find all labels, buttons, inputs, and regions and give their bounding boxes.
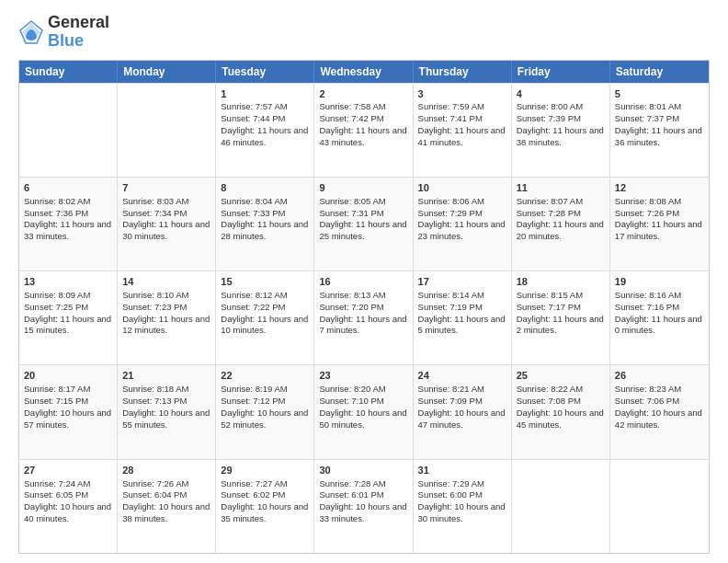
- calendar-cell: 20Sunrise: 8:17 AM Sunset: 7:15 PM Dayli…: [19, 365, 118, 458]
- day-info: Sunrise: 8:13 AM Sunset: 7:20 PM Dayligh…: [319, 290, 406, 335]
- day-info: Sunrise: 8:01 AM Sunset: 7:37 PM Dayligh…: [615, 101, 702, 146]
- calendar-cell: 23Sunrise: 8:20 AM Sunset: 7:10 PM Dayli…: [314, 365, 413, 458]
- calendar-cell: 2Sunrise: 7:58 AM Sunset: 7:42 PM Daylig…: [314, 84, 413, 177]
- calendar-cell: 28Sunrise: 7:26 AM Sunset: 6:04 PM Dayli…: [118, 460, 216, 553]
- calendar-cell: 25Sunrise: 8:22 AM Sunset: 7:08 PM Dayli…: [512, 365, 610, 458]
- day-number: 12: [615, 181, 704, 195]
- day-number: 11: [517, 181, 605, 195]
- calendar-cell: 26Sunrise: 8:23 AM Sunset: 7:06 PM Dayli…: [610, 365, 709, 458]
- calendar-cell: 21Sunrise: 8:18 AM Sunset: 7:13 PM Dayli…: [118, 365, 216, 458]
- day-number: 13: [24, 275, 112, 289]
- day-number: 14: [122, 275, 210, 289]
- day-info: Sunrise: 7:59 AM Sunset: 7:41 PM Dayligh…: [418, 101, 506, 146]
- day-info: Sunrise: 8:21 AM Sunset: 7:09 PM Dayligh…: [418, 384, 506, 429]
- logo-text: General Blue: [48, 14, 109, 51]
- day-info: Sunrise: 7:28 AM Sunset: 6:01 PM Dayligh…: [319, 478, 406, 523]
- day-number: 6: [24, 181, 112, 195]
- day-number: 15: [221, 275, 309, 289]
- calendar-cell: 31Sunrise: 7:29 AM Sunset: 6:00 PM Dayli…: [414, 460, 512, 553]
- calendar-header: SundayMondayTuesdayWednesdayThursdayFrid…: [19, 61, 709, 83]
- day-number: 10: [418, 181, 506, 195]
- calendar-cell: [610, 460, 709, 553]
- calendar-cell: 3Sunrise: 7:59 AM Sunset: 7:41 PM Daylig…: [414, 84, 512, 177]
- weekday-header: Wednesday: [314, 61, 413, 83]
- day-info: Sunrise: 8:09 AM Sunset: 7:25 PM Dayligh…: [24, 290, 111, 335]
- day-number: 4: [517, 87, 605, 101]
- day-number: 28: [122, 464, 210, 477]
- calendar-cell: [512, 460, 610, 553]
- day-info: Sunrise: 8:17 AM Sunset: 7:15 PM Dayligh…: [24, 384, 111, 429]
- logo: General Blue: [18, 14, 109, 51]
- day-info: Sunrise: 8:22 AM Sunset: 7:08 PM Dayligh…: [517, 384, 604, 429]
- weekday-header: Saturday: [610, 61, 709, 83]
- day-info: Sunrise: 8:02 AM Sunset: 7:36 PM Dayligh…: [24, 196, 111, 241]
- day-info: Sunrise: 8:06 AM Sunset: 7:29 PM Dayligh…: [418, 196, 506, 241]
- day-number: 23: [319, 369, 407, 383]
- weekday-header: Tuesday: [216, 61, 314, 83]
- calendar-cell: 27Sunrise: 7:24 AM Sunset: 6:05 PM Dayli…: [19, 460, 118, 553]
- day-info: Sunrise: 8:00 AM Sunset: 7:39 PM Dayligh…: [517, 101, 604, 146]
- day-info: Sunrise: 8:18 AM Sunset: 7:13 PM Dayligh…: [122, 384, 210, 429]
- day-info: Sunrise: 8:07 AM Sunset: 7:28 PM Dayligh…: [517, 196, 604, 241]
- day-info: Sunrise: 7:24 AM Sunset: 6:05 PM Dayligh…: [24, 478, 111, 523]
- weekday-header: Sunday: [19, 61, 118, 83]
- weekday-header: Monday: [118, 61, 216, 83]
- day-number: 25: [517, 369, 605, 383]
- day-number: 9: [319, 181, 407, 195]
- calendar-cell: [118, 84, 216, 177]
- calendar-cell: 29Sunrise: 7:27 AM Sunset: 6:02 PM Dayli…: [216, 460, 314, 553]
- calendar-cell: 9Sunrise: 8:05 AM Sunset: 7:31 PM Daylig…: [314, 178, 413, 270]
- calendar-row: 13Sunrise: 8:09 AM Sunset: 7:25 PM Dayli…: [19, 270, 709, 364]
- day-number: 17: [418, 275, 506, 289]
- calendar-cell: 12Sunrise: 8:08 AM Sunset: 7:26 PM Dayli…: [610, 178, 709, 270]
- day-number: 18: [517, 275, 605, 289]
- day-info: Sunrise: 8:05 AM Sunset: 7:31 PM Dayligh…: [319, 196, 406, 241]
- day-number: 31: [418, 464, 506, 477]
- day-number: 3: [418, 87, 506, 101]
- day-info: Sunrise: 8:23 AM Sunset: 7:06 PM Dayligh…: [615, 384, 702, 429]
- calendar-row: 1Sunrise: 7:57 AM Sunset: 7:44 PM Daylig…: [19, 83, 709, 177]
- day-info: Sunrise: 7:58 AM Sunset: 7:42 PM Dayligh…: [319, 101, 406, 146]
- calendar-row: 27Sunrise: 7:24 AM Sunset: 6:05 PM Dayli…: [19, 459, 709, 553]
- calendar-cell: 4Sunrise: 8:00 AM Sunset: 7:39 PM Daylig…: [512, 84, 610, 177]
- day-info: Sunrise: 8:10 AM Sunset: 7:23 PM Dayligh…: [122, 290, 210, 335]
- day-number: 29: [221, 464, 309, 477]
- day-info: Sunrise: 8:14 AM Sunset: 7:19 PM Dayligh…: [418, 290, 506, 335]
- day-info: Sunrise: 8:19 AM Sunset: 7:12 PM Dayligh…: [221, 384, 308, 429]
- calendar-cell: 15Sunrise: 8:12 AM Sunset: 7:22 PM Dayli…: [216, 271, 314, 364]
- calendar-cell: 5Sunrise: 8:01 AM Sunset: 7:37 PM Daylig…: [610, 84, 709, 177]
- day-info: Sunrise: 8:04 AM Sunset: 7:33 PM Dayligh…: [221, 196, 308, 241]
- day-info: Sunrise: 7:27 AM Sunset: 6:02 PM Dayligh…: [221, 478, 308, 523]
- day-number: 26: [615, 369, 704, 383]
- calendar-cell: [19, 84, 118, 177]
- day-info: Sunrise: 8:20 AM Sunset: 7:10 PM Dayligh…: [319, 384, 406, 429]
- day-number: 21: [122, 369, 210, 383]
- calendar-cell: 14Sunrise: 8:10 AM Sunset: 7:23 PM Dayli…: [118, 271, 216, 364]
- day-info: Sunrise: 7:26 AM Sunset: 6:04 PM Dayligh…: [122, 478, 210, 523]
- day-number: 24: [418, 369, 506, 383]
- day-info: Sunrise: 8:03 AM Sunset: 7:34 PM Dayligh…: [122, 196, 210, 241]
- logo-icon: [18, 19, 44, 45]
- calendar-cell: 1Sunrise: 7:57 AM Sunset: 7:44 PM Daylig…: [216, 84, 314, 177]
- day-number: 8: [221, 181, 309, 195]
- header: General Blue: [18, 14, 710, 51]
- calendar-cell: 6Sunrise: 8:02 AM Sunset: 7:36 PM Daylig…: [19, 178, 118, 270]
- day-info: Sunrise: 8:15 AM Sunset: 7:17 PM Dayligh…: [517, 290, 604, 335]
- day-number: 19: [615, 275, 704, 289]
- calendar-cell: 7Sunrise: 8:03 AM Sunset: 7:34 PM Daylig…: [118, 178, 216, 270]
- calendar-cell: 16Sunrise: 8:13 AM Sunset: 7:20 PM Dayli…: [314, 271, 413, 364]
- day-number: 16: [319, 275, 407, 289]
- day-info: Sunrise: 8:08 AM Sunset: 7:26 PM Dayligh…: [615, 196, 702, 241]
- day-number: 27: [24, 464, 112, 477]
- calendar-cell: 13Sunrise: 8:09 AM Sunset: 7:25 PM Dayli…: [19, 271, 118, 364]
- calendar-cell: 30Sunrise: 7:28 AM Sunset: 6:01 PM Dayli…: [314, 460, 413, 553]
- day-info: Sunrise: 7:57 AM Sunset: 7:44 PM Dayligh…: [221, 101, 308, 146]
- day-number: 5: [615, 87, 704, 101]
- day-info: Sunrise: 7:29 AM Sunset: 6:00 PM Dayligh…: [418, 478, 506, 523]
- calendar-cell: 19Sunrise: 8:16 AM Sunset: 7:16 PM Dayli…: [610, 271, 709, 364]
- day-number: 1: [221, 87, 309, 101]
- calendar-row: 20Sunrise: 8:17 AM Sunset: 7:15 PM Dayli…: [19, 364, 709, 458]
- calendar: SundayMondayTuesdayWednesdayThursdayFrid…: [18, 60, 710, 554]
- day-number: 22: [221, 369, 309, 383]
- day-info: Sunrise: 8:16 AM Sunset: 7:16 PM Dayligh…: [615, 290, 702, 335]
